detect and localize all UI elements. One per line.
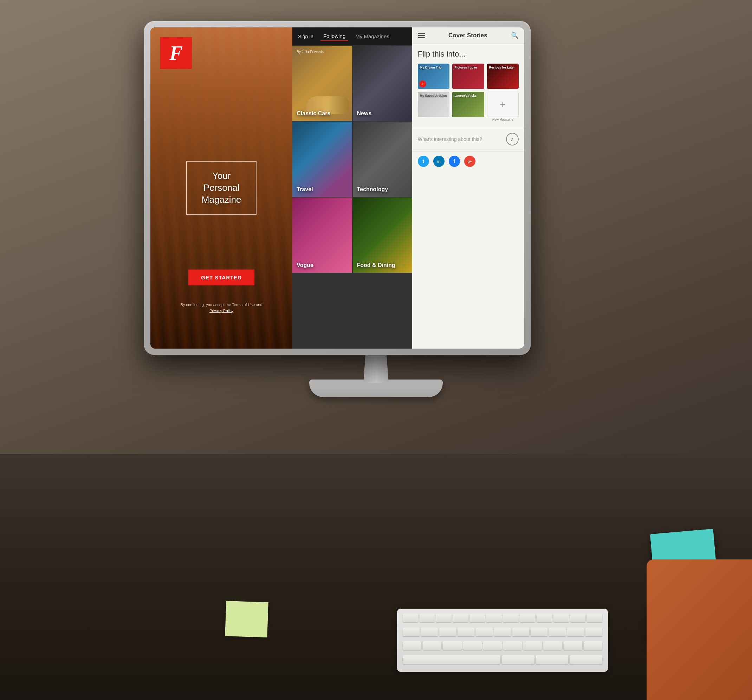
key xyxy=(564,641,582,650)
key xyxy=(537,613,552,622)
left-panel: F Your Personal Magazine GET STARTED By … xyxy=(151,27,292,349)
sign-in-link[interactable]: Sign In xyxy=(298,34,314,39)
key-row-4 xyxy=(403,655,602,667)
key xyxy=(503,641,522,650)
topic-tile-technology[interactable]: Technology xyxy=(353,122,412,197)
monitor-bezel: F Your Personal Magazine GET STARTED By … xyxy=(144,21,531,355)
key xyxy=(439,628,456,636)
right-panel: Cover Stories 🔍 Flip this into... My Dre… xyxy=(412,27,524,349)
share-section: t in f g+ xyxy=(412,151,524,171)
flip-into-title: Flip this into... xyxy=(418,50,519,59)
vogue-bg xyxy=(292,197,352,273)
hero-text-box: Your Personal Magazine xyxy=(186,161,256,215)
key xyxy=(483,641,502,650)
space-key xyxy=(403,655,500,664)
new-magazine-plus-icon: + xyxy=(500,99,506,110)
key xyxy=(420,613,435,622)
topic-tile-food-dining[interactable]: Food & Dining ··· xyxy=(353,197,412,273)
key-row-3 xyxy=(403,641,602,653)
key xyxy=(567,628,584,636)
check-badge: ✓ xyxy=(419,81,426,87)
check-icon: ✓ xyxy=(421,82,424,87)
sticky-notes xyxy=(225,601,268,638)
travel-bg xyxy=(292,122,352,197)
hamburger-menu-icon[interactable] xyxy=(418,33,425,38)
facebook-icon: f xyxy=(453,158,455,164)
app-screen: F Your Personal Magazine GET STARTED By … xyxy=(151,27,524,349)
facebook-share-button[interactable]: f xyxy=(449,156,460,167)
topic-tile-travel[interactable]: Travel xyxy=(292,122,352,197)
classic-cars-label: Classic Cars xyxy=(297,110,330,116)
magazine-tile-recipes[interactable]: Recipes for Later xyxy=(487,64,519,89)
dream-trip-title: My Dream Trip xyxy=(420,66,442,70)
magazine-tile-new[interactable]: + New Magazine xyxy=(487,92,519,121)
key xyxy=(520,613,536,622)
topics-grid: By Julia Edwards Classic Cars News Trave… xyxy=(292,46,412,349)
news-bg xyxy=(353,46,412,121)
twitter-share-button[interactable]: t xyxy=(418,156,429,167)
laurens-thumb: Lauren's Picks xyxy=(452,92,484,117)
dream-trip-thumb: My Dream Trip ✓ xyxy=(418,64,449,89)
linkedin-share-button[interactable]: in xyxy=(433,156,444,167)
key xyxy=(587,613,602,622)
search-icon[interactable]: 🔍 xyxy=(511,32,519,39)
key xyxy=(586,628,602,636)
key xyxy=(570,613,586,622)
confirm-button[interactable]: ✓ xyxy=(506,133,519,146)
food-dining-label: Food & Dining xyxy=(357,262,395,269)
key xyxy=(470,613,485,622)
key xyxy=(486,613,502,622)
key xyxy=(543,641,562,650)
flipboard-logo: F xyxy=(160,37,192,69)
flipboard-logo-letter: F xyxy=(169,43,182,63)
get-started-button[interactable]: GET STARTED xyxy=(188,270,255,286)
key xyxy=(453,613,468,622)
key xyxy=(523,641,542,650)
saved-thumb: My Saved Articles xyxy=(418,92,449,117)
key xyxy=(403,613,418,622)
magazine-tile-saved[interactable]: My Saved Articles xyxy=(418,92,449,121)
middle-panel: Sign In Following My Magazines By Julia … xyxy=(292,27,412,349)
key xyxy=(503,613,519,622)
my-magazines-tab[interactable]: My Magazines xyxy=(353,32,392,41)
vogue-label: Vogue xyxy=(297,262,314,269)
monitor-screen: F Your Personal Magazine GET STARTED By … xyxy=(151,27,524,349)
magazine-tile-pictures[interactable]: Pictures I Love xyxy=(452,64,484,89)
privacy-link[interactable]: Privacy Policy xyxy=(210,309,233,313)
topic-tile-classic-cars[interactable]: By Julia Edwards Classic Cars xyxy=(292,46,352,121)
new-magazine-thumb: + xyxy=(487,92,519,117)
magazine-tile-dream-trip[interactable]: My Dream Trip ✓ xyxy=(418,64,449,89)
magazines-grid: My Dream Trip ✓ Pictures I Love xyxy=(418,64,519,121)
key xyxy=(458,628,474,636)
hamburger-line-3 xyxy=(418,37,425,38)
what-interesting-placeholder: What's interesting about this? xyxy=(418,137,482,142)
classic-cars-author: By Julia Edwards xyxy=(297,50,324,54)
key xyxy=(436,613,452,622)
linkedin-icon: in xyxy=(437,160,440,163)
person-arm xyxy=(646,559,752,700)
hero-text: Your Personal Magazine xyxy=(194,170,249,206)
pictures-title: Pictures I Love xyxy=(454,66,477,70)
key xyxy=(531,628,547,636)
keyboard xyxy=(397,608,608,672)
following-tab[interactable]: Following xyxy=(320,32,348,41)
more-indicator: ··· xyxy=(398,261,407,269)
key xyxy=(423,641,441,650)
laurens-title: Lauren's Picks xyxy=(454,94,477,98)
key xyxy=(584,641,602,650)
keyboard-keys xyxy=(397,608,608,672)
key-row-2 xyxy=(403,628,602,639)
terms-text: By continuing, you accept the Terms of U… xyxy=(172,302,270,314)
recipes-title: Recipes for Later xyxy=(489,66,515,70)
gplus-share-button[interactable]: g+ xyxy=(464,156,475,167)
travel-label: Travel xyxy=(297,186,313,192)
magazine-tile-laurens[interactable]: Lauren's Picks xyxy=(452,92,484,121)
key xyxy=(443,641,461,650)
key xyxy=(553,613,569,622)
confirm-check-icon: ✓ xyxy=(510,136,514,143)
new-magazine-label: New Magazine xyxy=(487,118,519,121)
topic-tile-news[interactable]: News xyxy=(353,46,412,121)
technology-label: Technology xyxy=(357,186,388,192)
topic-tile-vogue[interactable]: Vogue xyxy=(292,197,352,273)
hamburger-line-1 xyxy=(418,33,425,34)
